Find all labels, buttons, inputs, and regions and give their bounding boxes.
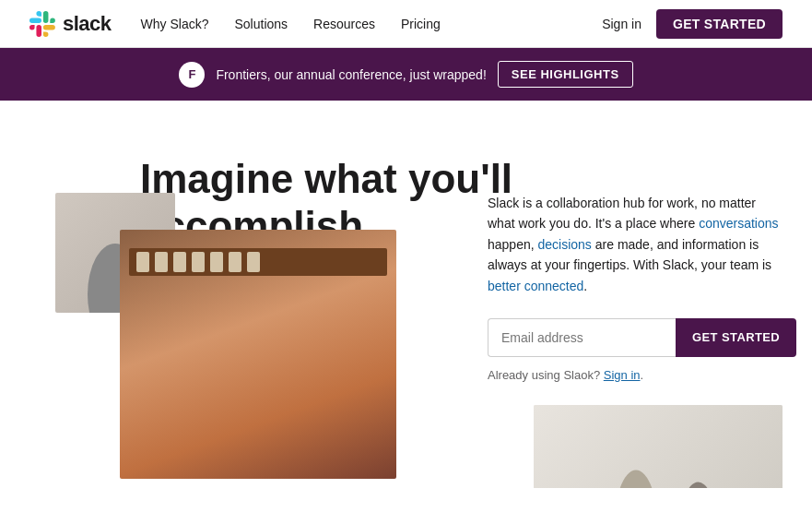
slack-logo-icon <box>29 11 55 37</box>
banner-cta-button[interactable]: SEE HIGHLIGHTS <box>498 61 633 88</box>
logo[interactable]: slack <box>29 11 112 37</box>
shelf-decoration <box>129 248 387 276</box>
hero-image-bottom-right <box>534 405 783 488</box>
nav-item-pricing[interactable]: Pricing <box>401 17 441 31</box>
nav-links: Why Slack? Solutions Resources Pricing <box>141 17 603 31</box>
nav-item-resources[interactable]: Resources <box>313 17 375 31</box>
hero-description: Slack is a collaboration hub for work, n… <box>488 193 783 296</box>
hero-image-main <box>120 230 396 479</box>
sign-in-link[interactable]: Sign in <box>602 17 641 31</box>
announcement-banner: F Frontiers, our annual conference, just… <box>0 48 812 101</box>
hero-image-main-bg <box>120 230 396 479</box>
desc-between-decisions: happen, <box>488 237 538 252</box>
hero-get-started-button[interactable]: GET STARTED <box>676 318 796 357</box>
hero-section: Imagine what you'll accomplish together <box>0 101 812 488</box>
already-using-label: Already using Slaok? <box>488 368 600 382</box>
slack-wordmark: slack <box>63 12 112 36</box>
nav-item-why-slack[interactable]: Why Slack? <box>141 17 209 31</box>
desc-decisions-link[interactable]: decisions <box>538 237 592 252</box>
already-using-text: Already using Slaok? Sign in. <box>488 368 783 382</box>
desc-better-connected-link[interactable]: better connected <box>488 279 583 293</box>
hero-sign-in-link[interactable]: Sign in <box>604 368 641 382</box>
nav-actions: Sign in GET STARTED <box>602 9 783 39</box>
desc-conversations-link[interactable]: conversations <box>699 216 778 231</box>
banner-icon: F <box>179 62 205 88</box>
hero-image-bottom-right-bg <box>534 405 783 488</box>
navbar: slack Why Slack? Solutions Resources Pri… <box>0 0 812 48</box>
already-using-period: . <box>641 368 644 382</box>
bottom-right-person1 <box>608 433 664 488</box>
nav-get-started-button[interactable]: GET STARTED <box>656 9 783 39</box>
hero-right-panel: Slack is a collaboration hub for work, n… <box>488 193 783 382</box>
nav-item-solutions[interactable]: Solutions <box>234 17 288 31</box>
hero-signup-form: GET STARTED <box>488 318 783 357</box>
bottom-right-person2 <box>671 451 726 488</box>
desc-end: . <box>583 279 587 293</box>
banner-text: Frontiers, our annual conference, just w… <box>216 67 486 82</box>
email-input[interactable] <box>488 318 676 357</box>
